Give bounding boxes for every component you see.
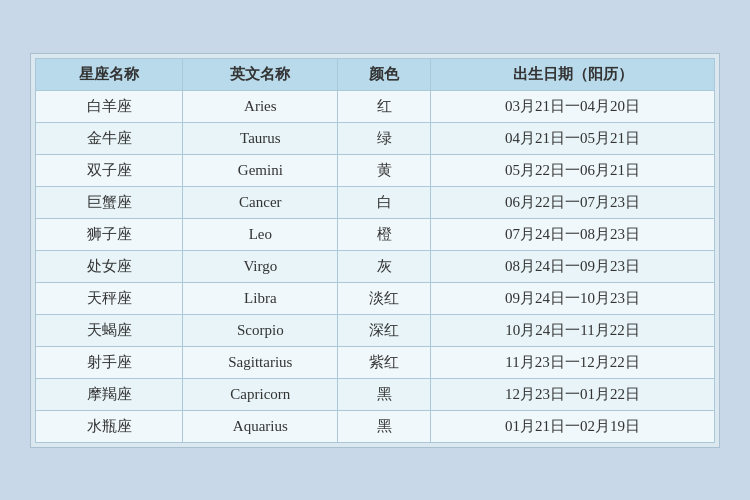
cell-color: 白: [338, 186, 431, 218]
cell-color: 黑: [338, 410, 431, 442]
cell-english-name: Aquarius: [183, 410, 338, 442]
table-row: 摩羯座Capricorn黑12月23日一01月22日: [36, 378, 715, 410]
header-color: 颜色: [338, 58, 431, 90]
table-row: 巨蟹座Cancer白06月22日一07月23日: [36, 186, 715, 218]
cell-chinese-name: 射手座: [36, 346, 183, 378]
cell-english-name: Leo: [183, 218, 338, 250]
table-row: 金牛座Taurus绿04月21日一05月21日: [36, 122, 715, 154]
cell-chinese-name: 金牛座: [36, 122, 183, 154]
cell-english-name: Aries: [183, 90, 338, 122]
cell-dates: 07月24日一08月23日: [431, 218, 715, 250]
cell-color: 绿: [338, 122, 431, 154]
header-dates: 出生日期（阳历）: [431, 58, 715, 90]
table-row: 水瓶座Aquarius黑01月21日一02月19日: [36, 410, 715, 442]
cell-dates: 06月22日一07月23日: [431, 186, 715, 218]
cell-chinese-name: 双子座: [36, 154, 183, 186]
cell-chinese-name: 摩羯座: [36, 378, 183, 410]
table-row: 天秤座Libra淡红09月24日一10月23日: [36, 282, 715, 314]
header-chinese-name: 星座名称: [36, 58, 183, 90]
table-row: 处女座Virgo灰08月24日一09月23日: [36, 250, 715, 282]
cell-english-name: Virgo: [183, 250, 338, 282]
cell-chinese-name: 巨蟹座: [36, 186, 183, 218]
cell-chinese-name: 处女座: [36, 250, 183, 282]
cell-dates: 05月22日一06月21日: [431, 154, 715, 186]
zodiac-table: 星座名称 英文名称 颜色 出生日期（阳历） 白羊座Aries红03月21日一04…: [35, 58, 715, 443]
table-row: 狮子座Leo橙07月24日一08月23日: [36, 218, 715, 250]
cell-color: 灰: [338, 250, 431, 282]
cell-english-name: Taurus: [183, 122, 338, 154]
cell-dates: 01月21日一02月19日: [431, 410, 715, 442]
cell-chinese-name: 天秤座: [36, 282, 183, 314]
table-body: 白羊座Aries红03月21日一04月20日金牛座Taurus绿04月21日一0…: [36, 90, 715, 442]
table-row: 双子座Gemini黄05月22日一06月21日: [36, 154, 715, 186]
table-row: 天蝎座Scorpio深红10月24日一11月22日: [36, 314, 715, 346]
cell-dates: 08月24日一09月23日: [431, 250, 715, 282]
cell-color: 淡红: [338, 282, 431, 314]
cell-english-name: Libra: [183, 282, 338, 314]
cell-chinese-name: 水瓶座: [36, 410, 183, 442]
cell-color: 橙: [338, 218, 431, 250]
cell-english-name: Capricorn: [183, 378, 338, 410]
cell-dates: 09月24日一10月23日: [431, 282, 715, 314]
table-row: 白羊座Aries红03月21日一04月20日: [36, 90, 715, 122]
cell-english-name: Cancer: [183, 186, 338, 218]
cell-english-name: Gemini: [183, 154, 338, 186]
cell-english-name: Sagittarius: [183, 346, 338, 378]
table-row: 射手座Sagittarius紫红11月23日一12月22日: [36, 346, 715, 378]
cell-dates: 12月23日一01月22日: [431, 378, 715, 410]
header-english-name: 英文名称: [183, 58, 338, 90]
cell-color: 黄: [338, 154, 431, 186]
cell-chinese-name: 狮子座: [36, 218, 183, 250]
zodiac-table-container: 星座名称 英文名称 颜色 出生日期（阳历） 白羊座Aries红03月21日一04…: [30, 53, 720, 448]
cell-color: 红: [338, 90, 431, 122]
cell-color: 黑: [338, 378, 431, 410]
cell-chinese-name: 白羊座: [36, 90, 183, 122]
cell-chinese-name: 天蝎座: [36, 314, 183, 346]
cell-english-name: Scorpio: [183, 314, 338, 346]
cell-dates: 11月23日一12月22日: [431, 346, 715, 378]
cell-dates: 10月24日一11月22日: [431, 314, 715, 346]
cell-dates: 03月21日一04月20日: [431, 90, 715, 122]
cell-dates: 04月21日一05月21日: [431, 122, 715, 154]
table-header-row: 星座名称 英文名称 颜色 出生日期（阳历）: [36, 58, 715, 90]
cell-color: 深红: [338, 314, 431, 346]
cell-color: 紫红: [338, 346, 431, 378]
